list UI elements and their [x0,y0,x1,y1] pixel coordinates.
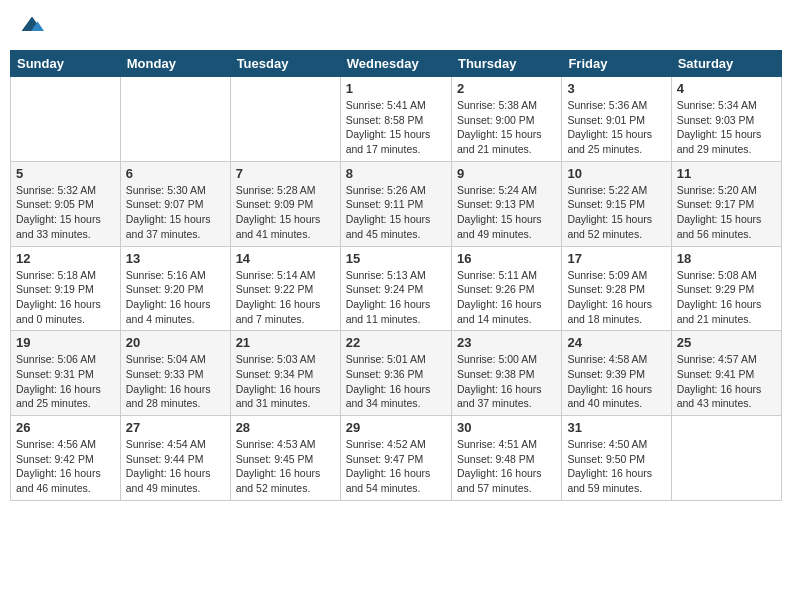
day-info: Sunrise: 4:56 AM Sunset: 9:42 PM Dayligh… [16,437,115,496]
calendar-week-row: 12Sunrise: 5:18 AM Sunset: 9:19 PM Dayli… [11,246,782,331]
logo-icon [20,15,44,35]
calendar-cell: 19Sunrise: 5:06 AM Sunset: 9:31 PM Dayli… [11,331,121,416]
day-info: Sunrise: 5:36 AM Sunset: 9:01 PM Dayligh… [567,98,665,157]
day-number: 14 [236,251,335,266]
calendar-cell: 27Sunrise: 4:54 AM Sunset: 9:44 PM Dayli… [120,416,230,501]
day-number: 6 [126,166,225,181]
day-info: Sunrise: 5:08 AM Sunset: 9:29 PM Dayligh… [677,268,776,327]
day-info: Sunrise: 5:09 AM Sunset: 9:28 PM Dayligh… [567,268,665,327]
calendar-cell: 20Sunrise: 5:04 AM Sunset: 9:33 PM Dayli… [120,331,230,416]
day-number: 21 [236,335,335,350]
calendar-cell: 22Sunrise: 5:01 AM Sunset: 9:36 PM Dayli… [340,331,451,416]
day-number: 3 [567,81,665,96]
day-info: Sunrise: 4:50 AM Sunset: 9:50 PM Dayligh… [567,437,665,496]
calendar-cell: 26Sunrise: 4:56 AM Sunset: 9:42 PM Dayli… [11,416,121,501]
calendar-cell [11,77,121,162]
calendar-cell: 21Sunrise: 5:03 AM Sunset: 9:34 PM Dayli… [230,331,340,416]
day-number: 24 [567,335,665,350]
day-info: Sunrise: 5:41 AM Sunset: 8:58 PM Dayligh… [346,98,446,157]
day-info: Sunrise: 4:52 AM Sunset: 9:47 PM Dayligh… [346,437,446,496]
day-info: Sunrise: 5:18 AM Sunset: 9:19 PM Dayligh… [16,268,115,327]
calendar-cell [120,77,230,162]
day-info: Sunrise: 5:06 AM Sunset: 9:31 PM Dayligh… [16,352,115,411]
calendar-cell: 30Sunrise: 4:51 AM Sunset: 9:48 PM Dayli… [451,416,561,501]
day-info: Sunrise: 5:04 AM Sunset: 9:33 PM Dayligh… [126,352,225,411]
day-info: Sunrise: 5:28 AM Sunset: 9:09 PM Dayligh… [236,183,335,242]
day-info: Sunrise: 4:54 AM Sunset: 9:44 PM Dayligh… [126,437,225,496]
day-number: 20 [126,335,225,350]
day-number: 19 [16,335,115,350]
calendar-cell: 4Sunrise: 5:34 AM Sunset: 9:03 PM Daylig… [671,77,781,162]
calendar-cell: 18Sunrise: 5:08 AM Sunset: 9:29 PM Dayli… [671,246,781,331]
day-of-week-header: Friday [562,51,671,77]
day-info: Sunrise: 5:00 AM Sunset: 9:38 PM Dayligh… [457,352,556,411]
day-number: 12 [16,251,115,266]
day-number: 5 [16,166,115,181]
day-info: Sunrise: 5:24 AM Sunset: 9:13 PM Dayligh… [457,183,556,242]
calendar-cell: 15Sunrise: 5:13 AM Sunset: 9:24 PM Dayli… [340,246,451,331]
calendar-week-row: 1Sunrise: 5:41 AM Sunset: 8:58 PM Daylig… [11,77,782,162]
day-number: 26 [16,420,115,435]
calendar-cell [671,416,781,501]
calendar-cell: 10Sunrise: 5:22 AM Sunset: 9:15 PM Dayli… [562,161,671,246]
header [10,10,782,40]
day-number: 25 [677,335,776,350]
day-number: 1 [346,81,446,96]
day-number: 17 [567,251,665,266]
calendar-cell: 3Sunrise: 5:36 AM Sunset: 9:01 PM Daylig… [562,77,671,162]
day-number: 28 [236,420,335,435]
day-number: 16 [457,251,556,266]
calendar-cell: 5Sunrise: 5:32 AM Sunset: 9:05 PM Daylig… [11,161,121,246]
calendar-cell: 9Sunrise: 5:24 AM Sunset: 9:13 PM Daylig… [451,161,561,246]
calendar-cell: 14Sunrise: 5:14 AM Sunset: 9:22 PM Dayli… [230,246,340,331]
day-number: 30 [457,420,556,435]
day-info: Sunrise: 5:11 AM Sunset: 9:26 PM Dayligh… [457,268,556,327]
day-number: 27 [126,420,225,435]
day-of-week-header: Sunday [11,51,121,77]
calendar-cell: 17Sunrise: 5:09 AM Sunset: 9:28 PM Dayli… [562,246,671,331]
day-number: 7 [236,166,335,181]
calendar-cell: 8Sunrise: 5:26 AM Sunset: 9:11 PM Daylig… [340,161,451,246]
day-info: Sunrise: 5:01 AM Sunset: 9:36 PM Dayligh… [346,352,446,411]
calendar-header-row: SundayMondayTuesdayWednesdayThursdayFrid… [11,51,782,77]
calendar-cell: 23Sunrise: 5:00 AM Sunset: 9:38 PM Dayli… [451,331,561,416]
day-number: 9 [457,166,556,181]
day-info: Sunrise: 5:34 AM Sunset: 9:03 PM Dayligh… [677,98,776,157]
day-number: 15 [346,251,446,266]
day-info: Sunrise: 5:13 AM Sunset: 9:24 PM Dayligh… [346,268,446,327]
calendar-cell: 16Sunrise: 5:11 AM Sunset: 9:26 PM Dayli… [451,246,561,331]
day-info: Sunrise: 5:26 AM Sunset: 9:11 PM Dayligh… [346,183,446,242]
day-of-week-header: Monday [120,51,230,77]
day-number: 18 [677,251,776,266]
day-info: Sunrise: 4:58 AM Sunset: 9:39 PM Dayligh… [567,352,665,411]
day-info: Sunrise: 5:20 AM Sunset: 9:17 PM Dayligh… [677,183,776,242]
calendar-week-row: 19Sunrise: 5:06 AM Sunset: 9:31 PM Dayli… [11,331,782,416]
day-of-week-header: Thursday [451,51,561,77]
day-info: Sunrise: 5:03 AM Sunset: 9:34 PM Dayligh… [236,352,335,411]
day-of-week-header: Wednesday [340,51,451,77]
calendar-week-row: 26Sunrise: 4:56 AM Sunset: 9:42 PM Dayli… [11,416,782,501]
day-number: 10 [567,166,665,181]
day-info: Sunrise: 5:32 AM Sunset: 9:05 PM Dayligh… [16,183,115,242]
calendar-cell: 28Sunrise: 4:53 AM Sunset: 9:45 PM Dayli… [230,416,340,501]
calendar-cell: 25Sunrise: 4:57 AM Sunset: 9:41 PM Dayli… [671,331,781,416]
calendar-cell: 1Sunrise: 5:41 AM Sunset: 8:58 PM Daylig… [340,77,451,162]
calendar-cell: 13Sunrise: 5:16 AM Sunset: 9:20 PM Dayli… [120,246,230,331]
day-info: Sunrise: 4:53 AM Sunset: 9:45 PM Dayligh… [236,437,335,496]
day-of-week-header: Saturday [671,51,781,77]
day-number: 22 [346,335,446,350]
day-info: Sunrise: 4:57 AM Sunset: 9:41 PM Dayligh… [677,352,776,411]
day-number: 4 [677,81,776,96]
day-info: Sunrise: 5:38 AM Sunset: 9:00 PM Dayligh… [457,98,556,157]
day-number: 13 [126,251,225,266]
day-number: 11 [677,166,776,181]
day-number: 23 [457,335,556,350]
day-info: Sunrise: 5:30 AM Sunset: 9:07 PM Dayligh… [126,183,225,242]
calendar-week-row: 5Sunrise: 5:32 AM Sunset: 9:05 PM Daylig… [11,161,782,246]
calendar: SundayMondayTuesdayWednesdayThursdayFrid… [10,50,782,501]
day-number: 31 [567,420,665,435]
day-info: Sunrise: 4:51 AM Sunset: 9:48 PM Dayligh… [457,437,556,496]
day-info: Sunrise: 5:22 AM Sunset: 9:15 PM Dayligh… [567,183,665,242]
calendar-cell: 7Sunrise: 5:28 AM Sunset: 9:09 PM Daylig… [230,161,340,246]
calendar-cell: 11Sunrise: 5:20 AM Sunset: 9:17 PM Dayli… [671,161,781,246]
